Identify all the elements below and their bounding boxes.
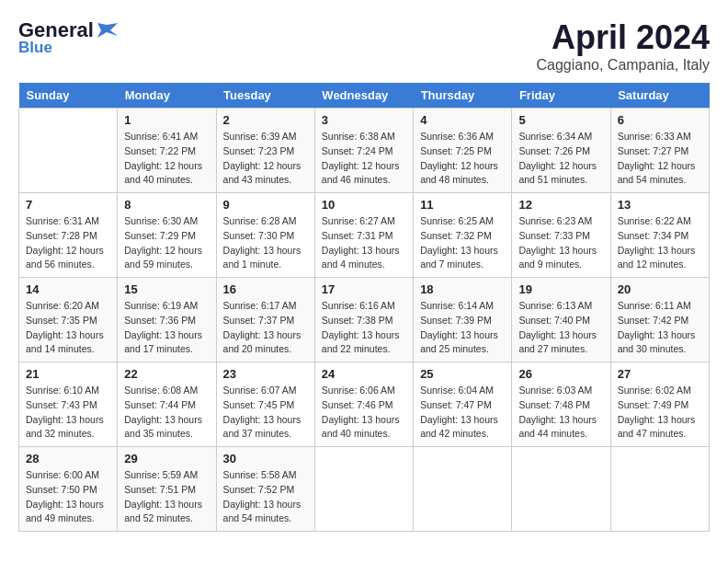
sunrise-label: Sunrise: 6:27 AM — [322, 215, 395, 226]
sunset-label: Sunset: 7:44 PM — [124, 399, 196, 410]
calendar-cell — [19, 109, 118, 193]
calendar-cell: 1 Sunrise: 6:41 AM Sunset: 7:22 PM Dayli… — [118, 109, 216, 193]
day-number: 1 — [124, 113, 209, 127]
day-number: 10 — [322, 198, 406, 212]
day-info: Sunrise: 6:11 AM Sunset: 7:42 PM Dayligh… — [618, 299, 702, 357]
day-info: Sunrise: 6:10 AM Sunset: 7:43 PM Dayligh… — [26, 384, 110, 442]
day-number: 28 — [26, 452, 110, 465]
sunrise-label: Sunrise: 6:38 AM — [322, 131, 395, 142]
sunrise-label: Sunrise: 6:23 AM — [518, 215, 592, 226]
sunrise-label: Sunrise: 5:59 AM — [124, 469, 198, 480]
page-header: General Blue April 2024 Caggiano, Campan… — [18, 18, 710, 74]
calendar-header-row: Sunday Monday Tuesday Wednesday Thursday… — [19, 83, 710, 109]
calendar-table: Sunday Monday Tuesday Wednesday Thursday… — [18, 83, 710, 532]
calendar-cell: 9 Sunrise: 6:28 AM Sunset: 7:30 PM Dayli… — [216, 193, 314, 278]
sunset-label: Sunset: 7:28 PM — [26, 230, 97, 241]
day-info: Sunrise: 6:34 AM Sunset: 7:26 PM Dayligh… — [518, 130, 603, 188]
day-number: 23 — [223, 367, 308, 381]
sunrise-label: Sunrise: 6:36 AM — [420, 131, 494, 142]
daylight-label: Daylight: 13 hours and 17 minutes. — [124, 329, 202, 355]
sunset-label: Sunset: 7:30 PM — [223, 230, 295, 241]
header-tuesday: Tuesday — [216, 83, 314, 109]
day-number: 12 — [518, 198, 603, 212]
calendar-cell: 20 Sunrise: 6:11 AM Sunset: 7:42 PM Dayl… — [610, 278, 709, 362]
sunset-label: Sunset: 7:24 PM — [322, 145, 393, 156]
sunrise-label: Sunrise: 6:16 AM — [322, 300, 395, 311]
sunrise-label: Sunrise: 6:11 AM — [618, 300, 691, 311]
day-number: 20 — [618, 282, 702, 296]
daylight-label: Daylight: 13 hours and 40 minutes. — [322, 414, 400, 440]
daylight-label: Daylight: 13 hours and 54 minutes. — [223, 499, 301, 524]
daylight-label: Daylight: 12 hours and 40 minutes. — [124, 160, 202, 186]
day-number: 13 — [618, 198, 702, 212]
sunset-label: Sunset: 7:42 PM — [618, 315, 689, 326]
calendar-week-3: 14 Sunrise: 6:20 AM Sunset: 7:35 PM Dayl… — [19, 278, 710, 362]
day-number: 16 — [223, 282, 308, 296]
sunrise-label: Sunrise: 6:22 AM — [618, 215, 691, 226]
day-number: 3 — [322, 113, 406, 127]
day-info: Sunrise: 6:27 AM Sunset: 7:31 PM Dayligh… — [322, 214, 406, 272]
day-number: 14 — [26, 282, 110, 296]
daylight-label: Daylight: 13 hours and 35 minutes. — [124, 414, 202, 440]
calendar-cell: 7 Sunrise: 6:31 AM Sunset: 7:28 PM Dayli… — [19, 193, 118, 278]
day-info: Sunrise: 6:07 AM Sunset: 7:45 PM Dayligh… — [223, 384, 308, 442]
calendar-cell: 3 Sunrise: 6:38 AM Sunset: 7:24 PM Dayli… — [314, 109, 413, 193]
sunrise-label: Sunrise: 6:33 AM — [618, 131, 691, 142]
sunrise-label: Sunrise: 6:06 AM — [322, 385, 395, 396]
title-block: April 2024 Caggiano, Campania, Italy — [536, 18, 710, 74]
sunset-label: Sunset: 7:37 PM — [223, 315, 295, 326]
daylight-label: Daylight: 13 hours and 9 minutes. — [518, 245, 597, 270]
daylight-label: Daylight: 12 hours and 54 minutes. — [618, 160, 696, 186]
calendar-cell: 17 Sunrise: 6:16 AM Sunset: 7:38 PM Dayl… — [314, 278, 413, 362]
calendar-cell: 11 Sunrise: 6:25 AM Sunset: 7:32 PM Dayl… — [414, 193, 512, 278]
header-thursday: Thursday — [414, 83, 512, 109]
sunset-label: Sunset: 7:43 PM — [26, 399, 97, 410]
calendar-cell: 22 Sunrise: 6:08 AM Sunset: 7:44 PM Dayl… — [118, 362, 216, 447]
sunset-label: Sunset: 7:23 PM — [223, 145, 295, 156]
sunrise-label: Sunrise: 6:13 AM — [518, 300, 592, 311]
daylight-label: Daylight: 13 hours and 42 minutes. — [420, 414, 498, 440]
sunset-label: Sunset: 7:26 PM — [518, 145, 590, 156]
header-sunday: Sunday — [19, 83, 118, 109]
sunrise-label: Sunrise: 6:00 AM — [26, 469, 99, 480]
sunrise-label: Sunrise: 6:17 AM — [223, 300, 297, 311]
calendar-cell: 24 Sunrise: 6:06 AM Sunset: 7:46 PM Dayl… — [314, 362, 413, 447]
day-info: Sunrise: 6:31 AM Sunset: 7:28 PM Dayligh… — [26, 214, 110, 272]
sunset-label: Sunset: 7:25 PM — [420, 145, 492, 156]
daylight-label: Daylight: 12 hours and 56 minutes. — [26, 245, 104, 270]
sunset-label: Sunset: 7:29 PM — [124, 230, 196, 241]
calendar-cell: 15 Sunrise: 6:19 AM Sunset: 7:36 PM Dayl… — [118, 278, 216, 362]
calendar-cell: 30 Sunrise: 5:58 AM Sunset: 7:52 PM Dayl… — [216, 447, 314, 532]
day-number: 2 — [223, 113, 308, 127]
daylight-label: Daylight: 12 hours and 59 minutes. — [124, 245, 202, 270]
daylight-label: Daylight: 13 hours and 37 minutes. — [223, 414, 301, 440]
sunrise-label: Sunrise: 6:25 AM — [420, 215, 494, 226]
sunrise-label: Sunrise: 6:08 AM — [124, 385, 198, 396]
daylight-label: Daylight: 13 hours and 52 minutes. — [124, 499, 202, 524]
day-info: Sunrise: 6:39 AM Sunset: 7:23 PM Dayligh… — [223, 130, 308, 188]
calendar-cell: 26 Sunrise: 6:03 AM Sunset: 7:48 PM Dayl… — [512, 362, 610, 447]
day-info: Sunrise: 6:41 AM Sunset: 7:22 PM Dayligh… — [124, 130, 209, 188]
calendar-title: April 2024 — [536, 18, 710, 57]
calendar-week-2: 7 Sunrise: 6:31 AM Sunset: 7:28 PM Dayli… — [19, 193, 710, 278]
daylight-label: Daylight: 13 hours and 12 minutes. — [618, 245, 696, 270]
day-number: 30 — [223, 452, 308, 465]
daylight-label: Daylight: 13 hours and 47 minutes. — [618, 414, 696, 440]
daylight-label: Daylight: 13 hours and 44 minutes. — [518, 414, 597, 440]
sunrise-label: Sunrise: 6:31 AM — [26, 215, 99, 226]
day-number: 5 — [518, 113, 603, 127]
daylight-label: Daylight: 13 hours and 1 minute. — [223, 245, 301, 270]
sunset-label: Sunset: 7:22 PM — [124, 145, 196, 156]
sunset-label: Sunset: 7:36 PM — [124, 315, 196, 326]
daylight-label: Daylight: 13 hours and 25 minutes. — [420, 329, 498, 355]
daylight-label: Daylight: 13 hours and 14 minutes. — [26, 329, 104, 355]
day-number: 7 — [26, 198, 110, 212]
sunrise-label: Sunrise: 5:58 AM — [223, 469, 297, 480]
sunset-label: Sunset: 7:45 PM — [223, 399, 295, 410]
sunset-label: Sunset: 7:46 PM — [322, 399, 393, 410]
calendar-cell — [314, 447, 413, 532]
calendar-subtitle: Caggiano, Campania, Italy — [536, 57, 710, 74]
day-number: 21 — [26, 367, 110, 381]
header-monday: Monday — [118, 83, 216, 109]
day-info: Sunrise: 6:00 AM Sunset: 7:50 PM Dayligh… — [26, 468, 110, 526]
